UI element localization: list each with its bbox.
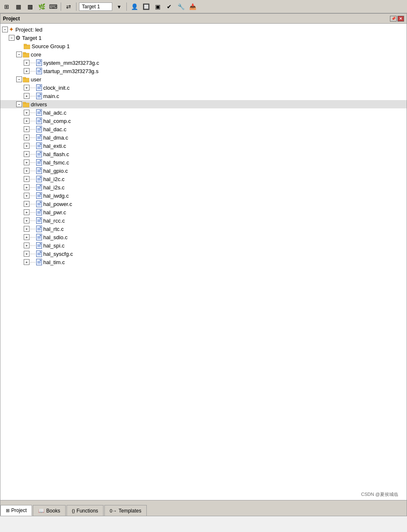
file-expander[interactable]: + bbox=[24, 234, 30, 240]
toolbar-btn-4[interactable]: 🌿 bbox=[37, 2, 47, 12]
drivers-folder-row[interactable]: − drivers bbox=[0, 100, 407, 108]
toolbar-btn-12[interactable]: 📥 bbox=[187, 2, 197, 12]
driver-file-row[interactable]: + hal_comp.c bbox=[0, 117, 407, 125]
user-folder-row[interactable]: − user bbox=[0, 75, 407, 83]
file-expander[interactable]: + bbox=[24, 151, 30, 157]
file-expander[interactable]: + bbox=[24, 126, 30, 132]
panel-titlebar: Project 📌 ✕ bbox=[0, 14, 407, 24]
file-row[interactable]: + clock_init.c bbox=[0, 83, 407, 92]
driver-file-row[interactable]: + hal_tim.c bbox=[0, 258, 407, 266]
file-expander[interactable]: + bbox=[24, 251, 30, 257]
driver-file-row[interactable]: + hal_spi.c bbox=[0, 241, 407, 250]
file-expander[interactable]: + bbox=[24, 201, 30, 207]
core-folder-row[interactable]: − core bbox=[0, 50, 407, 59]
file-expander[interactable]: + bbox=[24, 85, 30, 91]
tab-templates[interactable]: 0→ Templates bbox=[104, 505, 147, 516]
tab-books[interactable]: 📖 Books bbox=[33, 505, 65, 516]
dot-line bbox=[30, 179, 35, 179]
file-expander[interactable]: + bbox=[24, 135, 30, 140]
file-name: system_mm32f3273g.c bbox=[43, 60, 99, 66]
toolbar-btn-7[interactable]: 👤 bbox=[129, 2, 139, 12]
file-name: hal_dma.c bbox=[43, 135, 68, 141]
driver-file-row[interactable]: + hal_pwr.c bbox=[0, 208, 407, 216]
driver-file-row[interactable]: + hal_flash.c bbox=[0, 150, 407, 158]
target-icon: ⚙ bbox=[15, 34, 21, 41]
file-expander[interactable]: + bbox=[24, 60, 30, 66]
driver-file-row[interactable]: + hal_dma.c bbox=[0, 133, 407, 142]
toolbar-btn-11[interactable]: 🔧 bbox=[176, 2, 186, 12]
driver-file-row[interactable]: + hal_rcc.c bbox=[0, 216, 407, 225]
panel-title: Project bbox=[3, 16, 20, 22]
file-row[interactable]: + startup_mm32f3273g.s bbox=[0, 67, 407, 75]
svg-rect-0 bbox=[24, 45, 30, 49]
pin-button[interactable]: 📌 bbox=[390, 16, 397, 22]
file-name: hal_i2c.c bbox=[43, 176, 64, 182]
core-files-container: + system_mm32f3273g.c + startup_mm32f327… bbox=[0, 59, 407, 75]
driver-file-row[interactable]: + hal_i2s.c bbox=[0, 183, 407, 191]
file-expander[interactable]: + bbox=[24, 176, 30, 182]
project-root-row[interactable]: − ✦ Project: led bbox=[0, 25, 407, 34]
driver-file-row[interactable]: + hal_fsmc.c bbox=[0, 158, 407, 167]
driver-file-row[interactable]: + hal_rtc.c bbox=[0, 225, 407, 233]
driver-file-row[interactable]: + hal_power.c bbox=[0, 200, 407, 208]
user-expander[interactable]: − bbox=[16, 76, 22, 82]
driver-file-row[interactable]: + hal_dac.c bbox=[0, 125, 407, 133]
source-group-row[interactable]: Source Group 1 bbox=[0, 42, 407, 50]
file-expander[interactable]: + bbox=[24, 159, 30, 165]
driver-file-row[interactable]: + hal_i2c.c bbox=[0, 175, 407, 183]
project-expander[interactable]: − bbox=[2, 27, 8, 32]
svg-rect-5 bbox=[23, 77, 26, 78]
file-row[interactable]: + main.c bbox=[0, 92, 407, 100]
file-expander[interactable]: + bbox=[24, 226, 30, 232]
dot-line bbox=[30, 245, 35, 246]
drivers-expander[interactable]: − bbox=[16, 101, 22, 107]
templates-tab-label: Templates bbox=[118, 508, 141, 514]
tree-scroll-container[interactable]: − ✦ Project: led − ⚙ Target 1 Source Gro… bbox=[0, 24, 407, 516]
driver-file-row[interactable]: + hal_gpio.c bbox=[0, 167, 407, 175]
toolbar-btn-1[interactable]: ⊞ bbox=[2, 2, 12, 12]
file-expander[interactable]: + bbox=[24, 193, 30, 199]
target-expander[interactable]: − bbox=[9, 35, 15, 41]
user-folder-label: user bbox=[31, 76, 41, 83]
watermark-text: CSDN @夏侯城临 bbox=[361, 491, 398, 498]
toolbar-btn-9[interactable]: ▣ bbox=[153, 2, 163, 12]
svg-rect-7 bbox=[23, 102, 26, 103]
core-folder-icon bbox=[23, 51, 30, 58]
file-expander[interactable]: + bbox=[24, 118, 30, 124]
dot-line bbox=[30, 254, 35, 254]
close-button[interactable]: ✕ bbox=[397, 16, 404, 22]
tab-functions[interactable]: {} Functions bbox=[67, 505, 104, 516]
file-expander[interactable]: + bbox=[24, 68, 30, 74]
file-expander[interactable]: + bbox=[24, 218, 30, 223]
file-expander[interactable]: + bbox=[24, 168, 30, 174]
file-row[interactable]: + system_mm32f3273g.c bbox=[0, 59, 407, 67]
dot-line bbox=[30, 121, 35, 121]
target-selector[interactable]: Target 1 bbox=[79, 2, 112, 11]
driver-file-row[interactable]: + hal_syscfg.c bbox=[0, 250, 407, 258]
file-expander[interactable]: + bbox=[24, 184, 30, 190]
core-expander[interactable]: − bbox=[16, 51, 22, 57]
toolbar-btn-2[interactable]: ▦ bbox=[13, 2, 23, 12]
toolbar-btn-5[interactable]: ⌨ bbox=[48, 2, 58, 12]
file-expander[interactable]: + bbox=[24, 93, 30, 99]
target-row[interactable]: − ⚙ Target 1 bbox=[0, 34, 407, 42]
toolbar-btn-8[interactable]: 🔲 bbox=[141, 2, 151, 12]
file-expander[interactable]: + bbox=[24, 110, 30, 115]
file-expander[interactable]: + bbox=[24, 259, 30, 265]
dot-line bbox=[30, 229, 35, 229]
driver-file-row[interactable]: + hal_sdio.c bbox=[0, 233, 407, 241]
toolbar-btn-6[interactable]: ⇄ bbox=[64, 2, 74, 12]
file-expander[interactable]: + bbox=[24, 209, 30, 215]
file-expander[interactable]: + bbox=[24, 243, 30, 248]
target-dropdown[interactable]: ▾ bbox=[114, 2, 124, 12]
file-expander[interactable]: + bbox=[24, 143, 30, 149]
toolbar-btn-3[interactable]: ▩ bbox=[25, 2, 35, 12]
file-name: hal_spi.c bbox=[43, 243, 64, 249]
driver-file-row[interactable]: + hal_iwdg.c bbox=[0, 191, 407, 200]
dot-line bbox=[30, 137, 35, 138]
tab-project[interactable]: ⊞ Project bbox=[0, 505, 32, 516]
toolbar-btn-10[interactable]: ✔ bbox=[164, 2, 174, 12]
svg-rect-4 bbox=[23, 78, 29, 82]
driver-file-row[interactable]: + hal_exti.c bbox=[0, 142, 407, 150]
driver-file-row[interactable]: + hal_adc.c bbox=[0, 108, 407, 117]
